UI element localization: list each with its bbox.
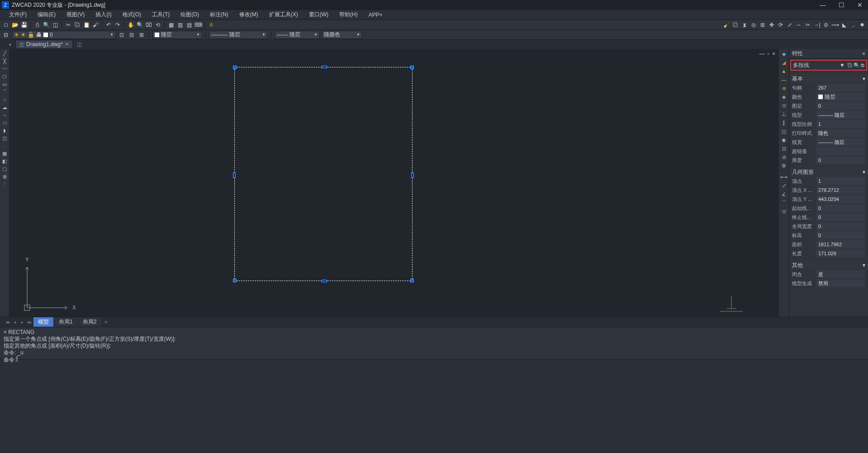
ellipsearc-icon[interactable]: ◗: [1, 127, 8, 134]
grip-vertex-3[interactable]: [233, 279, 237, 282]
viewport-min-icon[interactable]: —: [759, 51, 765, 57]
grip-mid-left[interactable]: [233, 172, 236, 178]
hatch-icon[interactable]: ▦: [1, 150, 8, 157]
polygon-icon[interactable]: ⬠: [1, 73, 8, 80]
new-tab-icon[interactable]: ◫: [76, 41, 84, 48]
grip-mid-top[interactable]: [322, 66, 327, 68]
linetype-dropdown[interactable]: ———随层 ▼: [209, 31, 268, 39]
layprev-icon[interactable]: ⊟: [128, 31, 136, 39]
arc-icon[interactable]: ⌒: [1, 88, 8, 95]
osnap-ext-icon[interactable]: —: [780, 76, 788, 84]
mod-rotate-icon[interactable]: ⟳: [777, 21, 785, 29]
mod-explode-icon[interactable]: ✸: [858, 21, 866, 29]
prop-thickness[interactable]: 0: [816, 156, 865, 164]
grip-vertex-1[interactable]: [233, 66, 237, 69]
menu-app[interactable]: APP+: [363, 11, 388, 19]
osnap-end-icon[interactable]: ◆: [780, 50, 788, 58]
prop-color[interactable]: 随层: [816, 93, 865, 101]
osnap-nea-icon[interactable]: ⊡: [780, 144, 788, 153]
layout-prev-icon[interactable]: ◂: [12, 320, 18, 324]
block-icon[interactable]: ◫: [1, 134, 8, 142]
spline-icon[interactable]: ～: [1, 111, 8, 119]
dim-angular-icon[interactable]: ∠: [780, 190, 788, 198]
prop-lineweight[interactable]: ——— 随层: [816, 138, 865, 146]
menu-draw[interactable]: 绘图(D): [175, 10, 204, 19]
preview-icon[interactable]: 🔍: [42, 21, 50, 29]
prop-closed[interactable]: 是: [816, 270, 865, 278]
tabs-scroll-left[interactable]: ▾: [9, 42, 15, 47]
mod-chamfer-icon[interactable]: ◣: [840, 21, 848, 29]
viewport-close-icon[interactable]: ×: [772, 51, 775, 57]
drawing-canvas[interactable]: — ▫ × X Y: [9, 49, 779, 317]
redo-icon[interactable]: ↷: [114, 21, 122, 29]
osnap-nod-icon[interactable]: ◉: [780, 136, 788, 144]
mod-join-icon[interactable]: ⟿: [831, 21, 839, 29]
plotstyle-dropdown[interactable]: 随颜色 ▼: [322, 31, 362, 39]
layermgr-icon[interactable]: ⊟: [2, 31, 10, 39]
prop-ltscale[interactable]: 1: [816, 120, 865, 128]
matchprop-icon[interactable]: 🖌: [91, 21, 100, 29]
osnap-int-icon[interactable]: ▲: [780, 67, 788, 75]
cut-icon[interactable]: ✂: [64, 21, 72, 29]
toggle-pickadd-icon[interactable]: ⧉: [861, 62, 864, 68]
menu-window[interactable]: 窗口(W): [304, 10, 334, 19]
region-icon[interactable]: ▢: [1, 165, 8, 172]
menu-help[interactable]: 帮助(H): [334, 10, 363, 19]
mod-scale-icon[interactable]: ⤢: [786, 21, 794, 29]
add-layout-icon[interactable]: +: [102, 319, 110, 325]
menu-edit[interactable]: 编辑(E): [32, 10, 61, 19]
prop-ltgen[interactable]: 禁用: [816, 279, 865, 287]
dim-radius-icon[interactable]: ⊙: [780, 207, 788, 215]
doc-tab-drawing1[interactable]: ◫ Drawing1.dwg* ×: [15, 40, 73, 49]
command-line[interactable]: × RECTANG 指定第一个角点或 [倒角(C)/标高(E)/圆角(F)/正方…: [0, 327, 868, 359]
osnap-mid-icon[interactable]: ◢: [780, 58, 788, 67]
grip-vertex-2[interactable]: [410, 66, 414, 69]
prop-global-width[interactable]: 0: [816, 222, 865, 230]
dim-linear-icon[interactable]: ⟷: [780, 173, 788, 181]
gradient-icon[interactable]: ◧: [1, 157, 8, 165]
dim-aligned-icon[interactable]: ⤢: [780, 181, 788, 190]
osnap-par-icon[interactable]: ∥: [780, 119, 788, 127]
grip-mid-bottom[interactable]: [322, 280, 327, 282]
mod-offset-icon[interactable]: ◎: [749, 21, 758, 29]
prop-vertex[interactable]: 1: [816, 177, 865, 185]
mod-array-icon[interactable]: ⊞: [759, 21, 767, 29]
layout-next-icon[interactable]: ▸: [19, 320, 25, 324]
table2-icon[interactable]: ⊞: [1, 173, 8, 180]
mod-stretch-icon[interactable]: ↔: [795, 21, 803, 29]
menu-express[interactable]: 扩展工具(X): [264, 10, 304, 19]
mtext-icon[interactable]: ⋮: [1, 181, 8, 188]
point-icon[interactable]: ·: [1, 142, 8, 149]
pan-icon[interactable]: ✋: [127, 21, 135, 29]
menu-insert[interactable]: 插入(I): [90, 10, 117, 19]
mod-extend-icon[interactable]: →|: [813, 21, 821, 29]
mod-break-icon[interactable]: ⊘: [822, 21, 830, 29]
color-dropdown[interactable]: 随层 ▼: [152, 31, 202, 39]
publish-icon[interactable]: ◫: [51, 21, 59, 29]
mod-erase-icon[interactable]: 🧹: [722, 21, 730, 29]
selected-polyline[interactable]: [234, 67, 413, 281]
layer-dropdown[interactable]: ☀☀ 🔓🖶 0 ▼: [12, 31, 116, 39]
zoomprev-icon[interactable]: ⟲: [154, 21, 162, 29]
zoomwin-icon[interactable]: ⌧: [145, 21, 153, 29]
tab-layout1[interactable]: 布局1: [54, 317, 77, 327]
table-icon[interactable]: ▤: [185, 21, 193, 29]
toolpalette-icon[interactable]: ▥: [176, 21, 184, 29]
rectangle-icon[interactable]: ▭: [1, 81, 8, 88]
mod-copy-icon[interactable]: ⿻: [731, 21, 740, 29]
osnap-ins-icon[interactable]: ◫: [780, 127, 788, 135]
menu-tools[interactable]: 工具(T): [147, 10, 175, 19]
select-objects-icon[interactable]: 🔍: [854, 62, 860, 68]
quick-select-icon[interactable]: ⿻: [848, 62, 853, 68]
tab-model[interactable]: 模型: [33, 317, 53, 327]
prop-elevation[interactable]: 0: [816, 231, 865, 239]
paste-icon[interactable]: 📋: [82, 21, 90, 29]
print-icon[interactable]: ⎙: [33, 21, 41, 29]
viewport-max-icon[interactable]: ▫: [768, 51, 769, 57]
mod-trim-icon[interactable]: ✂: [804, 21, 812, 29]
osnap-non-icon[interactable]: ⊘: [780, 153, 788, 161]
osnap-set-icon[interactable]: ⚙: [780, 162, 788, 170]
close-button[interactable]: ✕: [857, 1, 863, 9]
dim-arc-icon[interactable]: ⌒: [780, 199, 788, 207]
prop-linetype[interactable]: ——— 随层: [816, 111, 865, 119]
